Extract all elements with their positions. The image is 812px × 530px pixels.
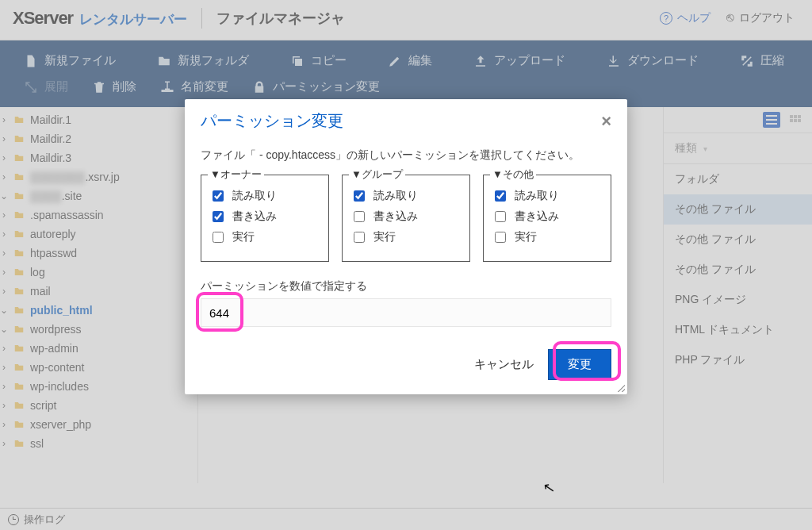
legend-other: ▼その他: [490, 167, 536, 182]
other-exec-label: 実行: [515, 230, 537, 244]
group-exec-checkbox[interactable]: [354, 232, 365, 243]
modal-title: パーミッション変更: [201, 110, 343, 132]
group-read-row[interactable]: 読み取り: [350, 188, 462, 204]
modal-description: ファイル「 - copy.htaccess」の新しいパーミッションを選択してくだ…: [201, 146, 611, 163]
other-exec-row[interactable]: 実行: [492, 229, 603, 245]
other-exec-checkbox[interactable]: [495, 232, 506, 243]
other-write-row[interactable]: 書き込み: [492, 209, 603, 225]
other-read-row[interactable]: 読み取り: [492, 188, 603, 204]
fieldset-owner: ▼オーナー 読み取り 書き込み 実行: [201, 175, 329, 262]
other-read-checkbox[interactable]: [495, 190, 506, 202]
owner-exec-label: 実行: [232, 230, 255, 244]
other-write-checkbox[interactable]: [495, 211, 506, 222]
fieldset-other: ▼その他 読み取り 書き込み 実行: [483, 175, 611, 262]
owner-write-row[interactable]: 書き込み: [209, 209, 320, 225]
legend-owner: ▼オーナー: [208, 167, 264, 182]
group-read-checkbox[interactable]: [354, 190, 365, 202]
owner-read-checkbox[interactable]: [213, 190, 224, 202]
other-write-label: 書き込み: [515, 209, 559, 224]
group-read-label: 読み取り: [373, 189, 418, 203]
owner-write-label: 書き込み: [232, 209, 277, 224]
other-read-label: 読み取り: [515, 189, 559, 203]
fieldset-group: ▼グループ 読み取り 書き込み 実行: [342, 175, 470, 262]
owner-exec-row[interactable]: 実行: [209, 229, 320, 245]
group-exec-row[interactable]: 実行: [350, 229, 462, 245]
submit-button[interactable]: 変更: [548, 349, 611, 380]
numeric-permission-input[interactable]: [201, 298, 611, 327]
permission-modal: パーミッション変更 × ファイル「 - copy.htaccess」の新しいパー…: [185, 99, 627, 394]
legend-group: ▼グループ: [349, 167, 405, 182]
owner-read-label: 読み取り: [232, 189, 277, 203]
modal-close-button[interactable]: ×: [601, 113, 611, 130]
group-write-label: 書き込み: [373, 209, 418, 224]
group-write-checkbox[interactable]: [354, 211, 365, 222]
numeric-permission-label: パーミッションを数値で指定する: [201, 279, 611, 294]
group-exec-label: 実行: [373, 230, 396, 244]
owner-write-checkbox[interactable]: [213, 211, 224, 222]
resize-grip-icon[interactable]: [615, 382, 625, 392]
cancel-button[interactable]: キャンセル: [474, 357, 534, 372]
group-write-row[interactable]: 書き込み: [350, 209, 462, 225]
owner-exec-checkbox[interactable]: [213, 232, 224, 243]
owner-read-row[interactable]: 読み取り: [209, 188, 320, 204]
